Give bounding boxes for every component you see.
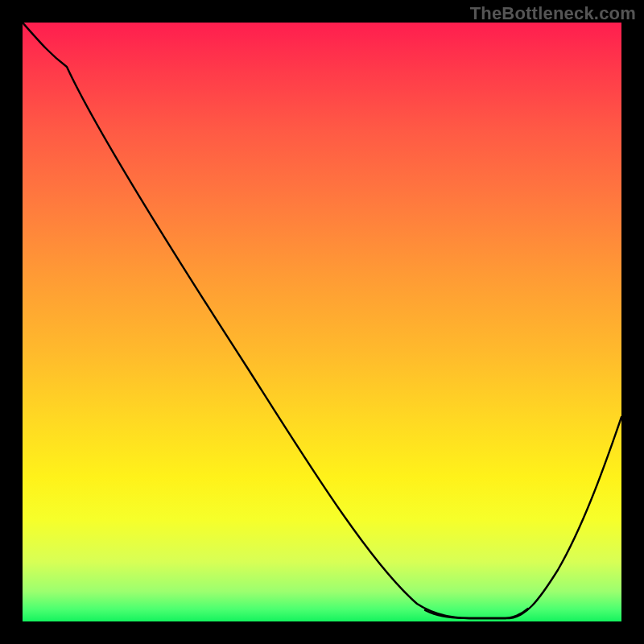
watermark-text: TheBottleneck.com xyxy=(470,3,636,24)
curve-svg xyxy=(23,23,621,621)
plot-area xyxy=(23,23,621,621)
bottleneck-curve-path xyxy=(23,23,621,618)
chart-frame: TheBottleneck.com xyxy=(0,0,644,644)
